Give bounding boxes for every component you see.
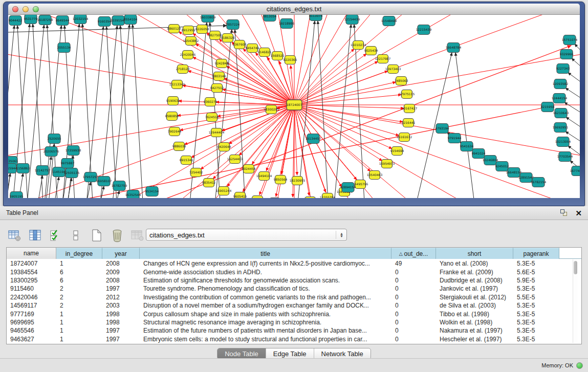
graph-node-yellow[interactable]: 10973493 bbox=[385, 65, 401, 74]
red-edge[interactable] bbox=[294, 105, 382, 161]
graph-node-yellow[interactable]: 9827508 bbox=[208, 31, 222, 40]
graph-node-yellow[interactable]: 2803144 bbox=[212, 72, 226, 81]
red-edge[interactable] bbox=[294, 49, 354, 105]
graph-node-teal[interactable]: 12505135 bbox=[64, 168, 80, 178]
graph-node-yellow[interactable]: 9154694 bbox=[390, 147, 404, 156]
graph-node-yellow[interactable]: 15254403 bbox=[227, 155, 243, 164]
red-edge[interactable] bbox=[294, 15, 508, 105]
graph-node-teal[interactable]: 16958107 bbox=[96, 177, 112, 186]
black-edge[interactable] bbox=[210, 23, 221, 198]
red-edge[interactable] bbox=[8, 107, 548, 198]
graph-node-yellow[interactable]: 7485063 bbox=[395, 77, 408, 85]
graph-node-yellow[interactable]: 8186328 bbox=[221, 34, 235, 42]
black-edge[interactable] bbox=[566, 117, 580, 133]
graph-node-yellow[interactable]: 2367608 bbox=[233, 40, 247, 49]
red-edge[interactable] bbox=[294, 105, 399, 136]
table-row[interactable]: 2242004622012Investigating the contribut… bbox=[7, 293, 569, 301]
new-document-icon[interactable] bbox=[89, 228, 104, 243]
graph-node-teal[interactable]: 11548498 bbox=[381, 16, 397, 26]
table-row[interactable]: 946362711997Embryonic stem cells: a mode… bbox=[7, 335, 569, 343]
graph-node-teal[interactable]: 10213054 bbox=[555, 137, 571, 147]
graph-node-teal[interactable]: 9329966 bbox=[560, 50, 574, 59]
graph-node-yellow[interactable]: 9886038 bbox=[172, 142, 186, 151]
red-edge[interactable] bbox=[294, 15, 352, 105]
graph-node-hub[interactable]: 18724007 bbox=[287, 100, 302, 110]
graph-node-yellow[interactable]: 16954973 bbox=[379, 160, 395, 168]
merge-rows-icon[interactable] bbox=[69, 228, 84, 243]
graph-node-teal[interactable]: 1156863 bbox=[16, 164, 30, 173]
graph-node-teal[interactable]: 9227343 bbox=[556, 64, 570, 74]
black-edge[interactable] bbox=[44, 157, 51, 198]
graph-node-teal[interactable]: 9975887 bbox=[61, 159, 75, 168]
tab-node-table[interactable]: Node Table bbox=[217, 348, 266, 359]
close-panel-icon[interactable]: ✕ bbox=[575, 209, 582, 217]
graph-node-yellow[interactable]: 9190632 bbox=[166, 97, 180, 105]
graph-node-teal[interactable]: 2520655 bbox=[48, 134, 61, 144]
graph-node-teal[interactable]: 8813054 bbox=[263, 15, 277, 21]
graph-node-teal[interactable]: 12032154 bbox=[73, 15, 89, 24]
red-edge[interactable] bbox=[128, 15, 294, 105]
graph-node-yellow[interactable]: 9360275 bbox=[204, 98, 217, 106]
graph-node-yellow[interactable]: 8903322 bbox=[268, 198, 282, 199]
graph-node-teal[interactable]: 9791944 bbox=[448, 134, 462, 143]
graph-node-teal[interactable]: 9941024 bbox=[472, 149, 486, 159]
graph-node-yellow[interactable]: 1568520 bbox=[271, 52, 285, 60]
graph-node-teal[interactable]: 16782154 bbox=[531, 178, 547, 187]
scrollbar-thumb[interactable] bbox=[574, 261, 577, 274]
table-settings-icon[interactable] bbox=[7, 228, 23, 243]
graph-node-teal[interactable]: 16648784 bbox=[446, 43, 462, 53]
column-header-year[interactable]: year bbox=[102, 248, 140, 259]
memory-status-indicator[interactable] bbox=[576, 362, 583, 369]
graph-node-yellow[interactable]: 3216441 bbox=[402, 119, 416, 127]
graph-node-yellow[interactable]: 9605415 bbox=[233, 192, 247, 199]
graph-node-teal[interactable]: 12093582 bbox=[553, 79, 569, 89]
graph-node-yellow[interactable]: 10540463 bbox=[367, 171, 383, 180]
column-header-out_de[interactable]: △out_de... bbox=[391, 248, 436, 259]
table-row[interactable]: 1938455462009Genome-wide association stu… bbox=[7, 268, 569, 276]
graph-node-yellow[interactable]: 9025434 bbox=[364, 47, 378, 55]
graph-node-teal[interactable]: 16774544 bbox=[570, 166, 580, 176]
graph-node-yellow[interactable]: 16543862 bbox=[183, 37, 199, 46]
graph-node-teal[interactable]: 15134457 bbox=[306, 134, 321, 144]
red-edge[interactable] bbox=[294, 82, 396, 105]
black-edge[interactable] bbox=[568, 73, 580, 88]
graph-node-teal[interactable]: 16187258 bbox=[37, 15, 53, 25]
column-select-icon[interactable] bbox=[28, 228, 43, 243]
column-header-in_degree[interactable]: in_degree bbox=[56, 248, 102, 259]
graph-node-teal[interactable]: 2055134 bbox=[57, 43, 71, 53]
graph-node-teal[interactable]: 8554104 bbox=[124, 15, 138, 25]
red-edge[interactable] bbox=[294, 15, 580, 105]
graph-node-yellow[interactable]: 8454749 bbox=[246, 44, 259, 53]
graph-node-yellow[interactable]: 9146821 bbox=[258, 48, 272, 57]
graph-node-yellow[interactable]: 9850564 bbox=[274, 176, 288, 184]
table-row[interactable]: 946554611997Estimation of the future num… bbox=[7, 326, 569, 335]
graph-node-yellow[interactable]: 9835412 bbox=[202, 179, 216, 187]
red-edge[interactable] bbox=[294, 105, 297, 175]
graph-node-teal[interactable]: 15751074 bbox=[562, 35, 578, 45]
graph-node-teal[interactable]: 19218986 bbox=[279, 19, 295, 29]
table-row[interactable]: 911546021997Tourette syndrome. Phenomeno… bbox=[7, 285, 569, 293]
graph-node-yellow[interactable]: 8024454 bbox=[242, 165, 256, 173]
graph-node-teal[interactable]: 8215958 bbox=[541, 102, 555, 112]
graph-node-teal[interactable]: 7857224 bbox=[226, 20, 240, 30]
graph-node-yellow[interactable]: 8860123 bbox=[167, 25, 181, 33]
float-panel-icon[interactable] bbox=[560, 209, 568, 216]
graph-node-teal[interactable]: 20206576 bbox=[43, 147, 59, 157]
window-title-bar[interactable]: citations_edges.txt bbox=[8, 4, 580, 15]
black-edge[interactable] bbox=[133, 25, 144, 198]
graph-node-yellow[interactable]: 8427512 bbox=[210, 84, 224, 93]
graph-node-teal[interactable]: 15692951 bbox=[553, 123, 569, 133]
graph-node-yellow[interactable]: 16901244 bbox=[216, 187, 232, 195]
graph-node-yellow[interactable]: 17975115 bbox=[399, 90, 415, 99]
graph-node-teal[interactable]: 12894154 bbox=[340, 183, 356, 192]
black-edge[interactable] bbox=[575, 44, 580, 59]
graph-node-yellow[interactable]: 12213349 bbox=[169, 80, 185, 89]
graph-node-teal[interactable]: 8113074 bbox=[309, 15, 323, 21]
column-header-short[interactable]: short bbox=[436, 248, 513, 259]
black-edge[interactable] bbox=[120, 26, 132, 198]
black-edge[interactable] bbox=[52, 177, 59, 198]
graph-node-teal[interactable]: 9534154 bbox=[145, 187, 159, 196]
graph-node-teal[interactable]: 16210643 bbox=[553, 108, 569, 118]
graph-node-yellow[interactable]: 9242848 bbox=[215, 59, 229, 68]
graph-node-teal[interactable]: 17703544 bbox=[557, 152, 573, 162]
